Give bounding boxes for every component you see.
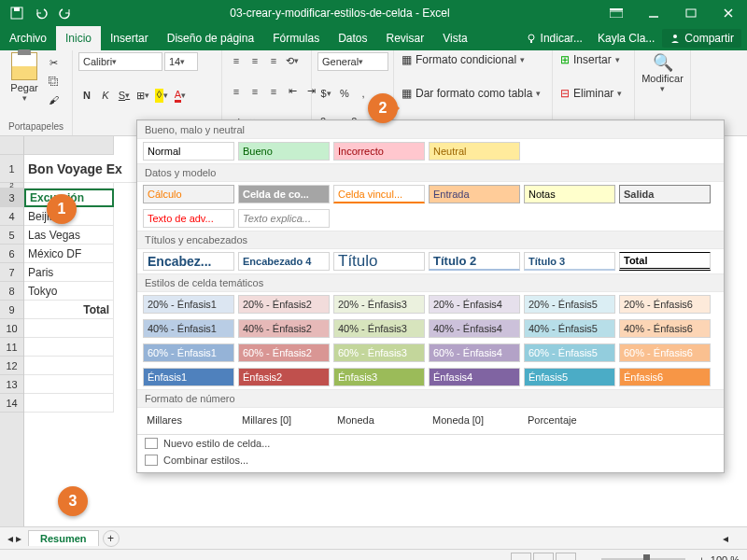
style-swatch[interactable]: Texto de adv... — [143, 209, 234, 228]
style-swatch[interactable]: Encabezado 4 — [238, 252, 330, 271]
style-swatch[interactable]: Porcentaje — [524, 411, 615, 429]
align-bottom-icon[interactable]: ≡ — [265, 52, 282, 69]
merge-styles-button[interactable]: Combinar estilos... — [137, 452, 724, 469]
row-header[interactable]: 8 — [0, 282, 23, 301]
close-icon[interactable] — [710, 0, 747, 26]
row-header[interactable]: 13 — [0, 375, 23, 394]
style-swatch[interactable]: Millares [0] — [238, 411, 330, 429]
style-swatch[interactable]: Notas — [524, 185, 615, 203]
tab-archivo[interactable]: Archivo — [0, 26, 56, 50]
paste-button[interactable]: Pegar ▾ — [6, 52, 43, 108]
format-painter-icon[interactable]: 🖌 — [45, 91, 62, 108]
tab-insertar[interactable]: Insertar — [101, 26, 158, 50]
style-swatch[interactable]: Énfasis3 — [333, 368, 425, 386]
style-swatch[interactable]: Normal — [143, 142, 234, 161]
style-swatch[interactable]: Total — [619, 252, 711, 271]
currency-icon[interactable]: $▾ — [317, 85, 334, 102]
cell[interactable] — [24, 338, 114, 357]
style-swatch[interactable]: 60% - Énfasis3 — [333, 343, 425, 362]
cell[interactable]: Tokyo — [24, 282, 114, 301]
row-header[interactable]: 6 — [0, 245, 23, 263]
indent-dec-icon[interactable]: ⇤ — [284, 83, 301, 100]
style-swatch[interactable]: Énfasis6 — [619, 368, 711, 386]
tab-diseno[interactable]: Diseño de página — [158, 26, 263, 50]
format-as-table-button[interactable]: ▦ Dar formato como tabla▾ — [400, 86, 546, 101]
tab-inicio[interactable]: Inicio — [56, 26, 101, 50]
style-swatch[interactable]: 20% - Énfasis6 — [619, 295, 711, 314]
title-cell[interactable]: Bon Voyage Ex — [24, 155, 155, 183]
minimize-icon[interactable] — [635, 0, 672, 26]
style-swatch[interactable]: 60% - Énfasis6 — [619, 343, 711, 362]
col-header[interactable] — [24, 136, 114, 155]
style-swatch[interactable]: 20% - Énfasis4 — [429, 295, 520, 314]
align-top-icon[interactable]: ≡ — [228, 52, 245, 69]
style-swatch[interactable]: 60% - Énfasis2 — [238, 343, 330, 362]
style-swatch[interactable]: 60% - Énfasis5 — [524, 343, 615, 362]
tab-vista[interactable]: Vista — [433, 26, 476, 50]
align-middle-icon[interactable]: ≡ — [247, 52, 263, 69]
font-color-button[interactable]: A▾ — [172, 87, 189, 104]
style-swatch[interactable]: 20% - Énfasis1 — [143, 295, 234, 314]
font-size-select[interactable]: 14 ▾ — [164, 52, 198, 71]
redo-icon[interactable] — [58, 6, 73, 21]
row-header[interactable]: 9 — [0, 301, 23, 319]
cell[interactable]: Las Vegas — [24, 226, 114, 245]
save-icon[interactable] — [9, 6, 24, 21]
cell[interactable] — [24, 319, 114, 338]
bold-button[interactable]: N — [78, 87, 95, 104]
select-all-corner[interactable] — [0, 136, 23, 155]
style-swatch[interactable]: Millares — [143, 411, 234, 429]
orientation-icon[interactable]: ⟲▾ — [284, 52, 301, 69]
page-break-view-icon[interactable] — [556, 553, 576, 561]
underline-button[interactable]: S ▾ — [116, 87, 133, 104]
cut-icon[interactable]: ✂ — [45, 54, 62, 71]
row-header[interactable]: 11 — [0, 338, 23, 357]
style-swatch[interactable]: 40% - Énfasis4 — [429, 319, 520, 338]
row-header[interactable]: 4 — [0, 207, 23, 226]
zoom-level[interactable]: 100 % — [711, 554, 740, 561]
copy-icon[interactable]: ⿻ — [45, 73, 62, 90]
zoom-out-icon[interactable]: − — [583, 554, 588, 561]
style-swatch[interactable]: Moneda [0] — [429, 411, 520, 429]
row-header[interactable]: 10 — [0, 319, 23, 338]
align-left-icon[interactable]: ≡ — [228, 83, 245, 100]
conditional-format-button[interactable]: ▦ Formato condicional▾ — [400, 52, 546, 67]
style-swatch[interactable]: 60% - Énfasis1 — [143, 343, 234, 362]
style-swatch[interactable]: 40% - Énfasis2 — [238, 319, 330, 338]
font-name-select[interactable]: Calibri ▾ — [78, 52, 162, 71]
new-cell-style-button[interactable]: Nuevo estilo de celda... — [137, 435, 724, 452]
style-swatch[interactable]: Bueno — [238, 142, 330, 161]
row-header[interactable]: 1 — [0, 155, 23, 183]
style-swatch[interactable]: Énfasis1 — [143, 368, 234, 386]
style-swatch[interactable]: 40% - Énfasis3 — [333, 319, 425, 338]
tab-datos[interactable]: Datos — [329, 26, 376, 50]
row-header[interactable]: 14 — [0, 394, 23, 413]
row-header[interactable]: 3 — [0, 189, 23, 207]
editing-button[interactable]: 🔍 Modificar ▾ — [641, 52, 684, 93]
style-swatch[interactable]: 20% - Énfasis2 — [238, 295, 330, 314]
style-swatch[interactable]: Celda vincul... — [333, 185, 425, 203]
style-swatch[interactable]: Énfasis4 — [429, 368, 520, 386]
style-swatch[interactable]: Encabez... — [143, 252, 234, 271]
scroll-left-icon[interactable]: ◂ — [723, 532, 728, 545]
zoom-in-icon[interactable]: + — [698, 554, 704, 561]
page-layout-view-icon[interactable] — [533, 553, 554, 561]
insert-cells-button[interactable]: ⊞Insertar▾ — [558, 52, 628, 67]
style-swatch[interactable]: Neutral — [429, 142, 520, 161]
total-cell[interactable]: Total — [24, 301, 114, 319]
style-swatch[interactable]: Cálculo — [143, 185, 234, 203]
style-swatch[interactable]: Salida — [619, 185, 711, 203]
number-format-select[interactable]: General ▾ — [317, 52, 388, 71]
ribbon-toggle-icon[interactable] — [598, 0, 635, 26]
row-header[interactable]: 12 — [0, 357, 23, 375]
row-header[interactable]: 5 — [0, 226, 23, 245]
style-swatch[interactable]: Moneda — [333, 411, 425, 429]
undo-icon[interactable] — [34, 6, 49, 21]
cell[interactable] — [24, 375, 114, 394]
cell[interactable]: Paris — [24, 263, 114, 282]
delete-cells-button[interactable]: ⊟Eliminar▾ — [558, 86, 628, 101]
style-swatch[interactable]: 40% - Énfasis6 — [619, 319, 711, 338]
style-swatch[interactable]: Celda de co... — [238, 185, 330, 203]
style-swatch[interactable]: 40% - Énfasis1 — [143, 319, 234, 338]
style-swatch[interactable]: 60% - Énfasis4 — [429, 343, 520, 362]
